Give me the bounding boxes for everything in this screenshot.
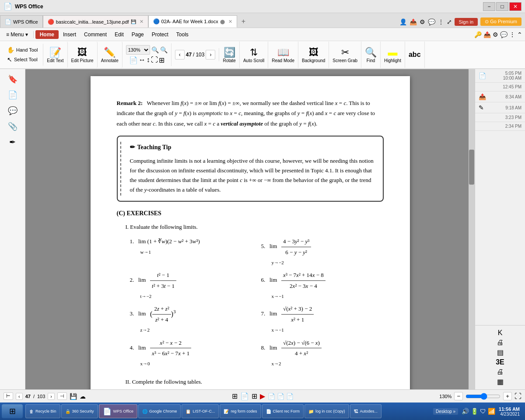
status-cloud-icon[interactable]: ☁ [80, 393, 86, 400]
edit-icon-4: ✎ [479, 104, 484, 111]
zoom-out-icon[interactable]: 🔍 [151, 46, 159, 53]
fit-width-icon[interactable]: ↔ [139, 56, 146, 64]
find-button[interactable]: 🔍 Find [361, 42, 381, 68]
page-icon[interactable]: 📄 [6, 88, 19, 102]
panel-icon-list[interactable]: ▤ [497, 348, 504, 357]
first-page-button[interactable]: ⊢ [4, 392, 13, 400]
status-fullscreen-icon[interactable]: ⛶ [514, 392, 522, 400]
desktop-label[interactable]: Desktop » [433, 408, 458, 415]
menu-edit[interactable]: Edit [111, 30, 127, 39]
right-sidebar-item-3[interactable]: 📤 8:34 AM [475, 91, 525, 102]
start-button[interactable]: ⊞ [2, 404, 23, 418]
taskbar-item-list[interactable]: 📋 LIST-OF-C... [182, 404, 219, 418]
sign-in-button[interactable]: Sign in [455, 18, 478, 26]
menu-insert[interactable]: Insert [60, 30, 80, 39]
tab-wps[interactable]: 📄 WPS Office [0, 15, 43, 28]
full-screen-icon[interactable]: ⛶ [151, 56, 158, 64]
fit-page-icon[interactable]: 📄 [129, 56, 138, 64]
taskbar-item-wpsoffice[interactable]: 📄 WPS Office [99, 404, 137, 418]
pdf-viewport[interactable]: Remark 2: Whenever lim f(x) = ±∞ or lim … [25, 69, 475, 389]
docx-tab-close[interactable]: ✕ [228, 19, 232, 24]
bookmark-icon[interactable]: 🔖 [6, 73, 19, 86]
right-sidebar-item-6[interactable]: 2:34 PM [475, 122, 525, 131]
menu-home[interactable]: Home [35, 30, 59, 39]
pdf-tab-close[interactable]: ✕ [140, 19, 144, 24]
tab-docx[interactable]: 🔵 02A- AAE for Week 1.docx ⬤ ✕ [148, 15, 237, 28]
menu-page[interactable]: Page [128, 30, 147, 39]
docx-tab-label: 02A- AAE for Week 1.docx [161, 19, 218, 24]
taskbar-item-security[interactable]: 🔒 360 Security [61, 404, 98, 418]
annotate-button[interactable]: ✏️ Annotate [98, 42, 122, 68]
taskbar-item-chrome[interactable]: 🌐 Google Chrome [138, 404, 181, 418]
menu-comment[interactable]: Comment [80, 30, 110, 39]
tray-volume-icon: 🔋 [471, 408, 478, 415]
new-tab-button[interactable]: + [237, 15, 250, 28]
message-icon: 💬 [428, 18, 435, 25]
scrollbar-thumb[interactable] [469, 150, 474, 185]
taskbar-item-reg[interactable]: 📝 reg form codes [220, 404, 261, 418]
edit-picture-button[interactable]: 🖼 Edit Picture [68, 42, 98, 68]
panel-icon-printer2[interactable]: 🖨 [497, 368, 504, 376]
panel-icon-print[interactable]: 🖨 [497, 339, 504, 346]
rotate-button[interactable]: 🔄 Rotate [219, 42, 239, 68]
status-zoom-plus[interactable]: + [503, 392, 512, 400]
status-pages-icon[interactable]: ⊞ [252, 392, 257, 400]
minimize-button[interactable]: − [483, 2, 495, 11]
fit-height-icon[interactable]: ↕ [147, 56, 150, 64]
clock[interactable]: 11:56 AM 4/23/2021 [499, 406, 520, 416]
tab-pdf[interactable]: 🔴 basiccalc_initia...lease_13june.pdf 💾 … [43, 15, 148, 28]
right-sidebar-item-4[interactable]: ✎ 9:18 AM [475, 102, 525, 113]
read-mode-button[interactable]: 📖 Read Mode [268, 42, 298, 68]
app-logo: 📄 [4, 2, 12, 10]
background-button[interactable]: 🖼 Background [298, 42, 329, 68]
teaching-tip-content: Computing infinite limits is not a learn… [130, 156, 375, 195]
select-tool-button[interactable]: ↖ Select Tool [4, 55, 40, 64]
next-page-button[interactable]: › [48, 393, 55, 400]
signature-icon[interactable]: ✒ [7, 136, 18, 149]
scrollbar-track[interactable] [469, 69, 475, 389]
panel-icon-k[interactable]: K [498, 329, 503, 337]
edit-text-button[interactable]: 📝 Edit Text [43, 42, 67, 68]
zoom-select[interactable]: 130%100%150% [126, 45, 150, 55]
status-grid-icon[interactable]: ⊞ [232, 392, 238, 400]
menu-toggle[interactable]: ≡ Menu ▾ [3, 30, 32, 39]
screen-grab-button[interactable]: ✂ Screen Grab [329, 42, 361, 68]
abc-button[interactable]: abc [405, 42, 425, 68]
status-center: ⊞ 📄 ⊞ ▶ 📄 📄 📄 [232, 392, 294, 400]
problem-7-num: 7. [261, 310, 266, 317]
status-page-icon[interactable]: 📄 [240, 392, 249, 400]
last-page-button[interactable]: ⊣ [57, 392, 67, 400]
right-sidebar-item-5[interactable]: 3:23 PM [475, 113, 525, 122]
status-save-icon[interactable]: 💾 [70, 393, 77, 400]
close-button[interactable]: ✕ [509, 2, 522, 11]
menu-protect[interactable]: Protect [148, 30, 172, 39]
right-sidebar-item-1[interactable]: 📄 5:05 PM 10:00 AM [475, 69, 525, 83]
menu-tools[interactable]: Tools [173, 30, 192, 39]
taskbar-item-autodesk[interactable]: 🏗 Autodes... [350, 404, 382, 418]
taskbar-item-recycle[interactable]: 🗑 Recycle Bin [25, 404, 60, 418]
comment-sidebar-icon[interactable]: 💬 [6, 104, 19, 117]
page-next-button[interactable]: › [206, 50, 215, 60]
zoom-slider-input[interactable] [466, 393, 500, 400]
right-sidebar: 📄 5:05 PM 10:00 AM 12:45 PM 📤 8:34 AM ✎ … [475, 69, 525, 389]
page-prev-button[interactable]: ‹ [175, 50, 185, 60]
maximize-button[interactable]: □ [496, 2, 508, 11]
status-play-icon[interactable]: ▶ [260, 392, 265, 400]
auto-scroll-button[interactable]: ⇅ Auto Scroll [240, 42, 268, 68]
attachment-icon[interactable]: 📎 [6, 120, 19, 133]
hand-tool-button[interactable]: ✋ Hand Tool [4, 46, 40, 54]
hand-tool-icon: ✋ [7, 46, 14, 53]
thumbnail-icon[interactable]: ⊞ [159, 56, 164, 64]
right-sidebar-item-2[interactable]: 12:45 PM [475, 83, 525, 91]
status-zoom-minus[interactable]: − [454, 392, 463, 400]
taskbar-item-client[interactable]: 📄 Client rec Form [262, 404, 304, 418]
prev-page-button[interactable]: ‹ [16, 393, 23, 400]
edit-text-icon: 📝 [49, 47, 61, 58]
panel-icon-grid[interactable]: ▦ [497, 378, 504, 386]
taskbar-item-log[interactable]: 📁 log in coc (Copy) [304, 404, 349, 418]
highlight-button[interactable]: ▬ Highlight [381, 42, 405, 68]
go-premium-button[interactable]: ⊙ Go Premium [480, 18, 522, 26]
panel-icon-3e[interactable]: 3E [496, 358, 504, 366]
tray-battery-icon: 🛡 [480, 408, 486, 415]
zoom-in-icon[interactable]: 🔍 [160, 46, 168, 53]
